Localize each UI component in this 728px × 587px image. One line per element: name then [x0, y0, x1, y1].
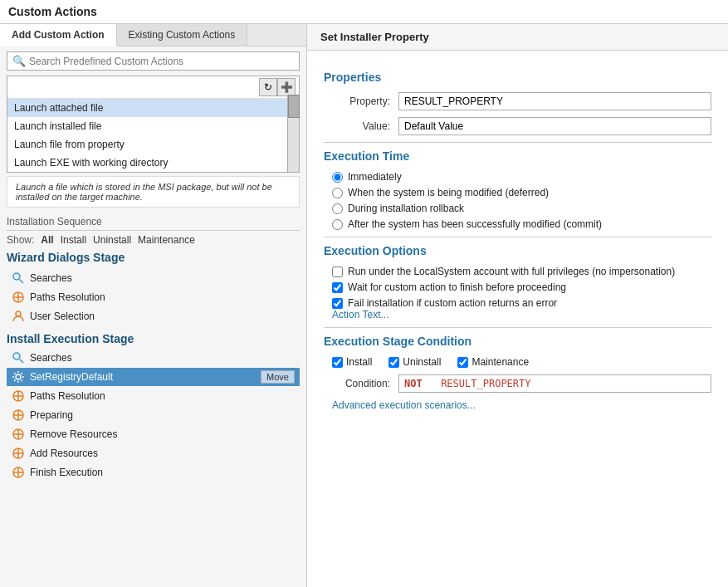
- show-maintenance[interactable]: Maintenance: [138, 234, 195, 246]
- show-uninstall[interactable]: Uninstall: [93, 234, 131, 246]
- condition-not-keyword: NOT: [404, 378, 423, 389]
- install-item-preparing[interactable]: Preparing: [7, 406, 300, 424]
- install-item-paths[interactable]: Paths Resolution: [7, 387, 300, 405]
- check-maintenance[interactable]: Maintenance: [457, 356, 529, 368]
- add-resources-icon: [12, 447, 25, 460]
- list-item[interactable]: Launch file from property: [7, 135, 299, 154]
- radio-deferred-input[interactable]: [332, 188, 343, 198]
- list-item[interactable]: Launch installed file: [7, 117, 299, 135]
- install-stage-title: Install Execution Stage: [7, 332, 300, 345]
- list-item[interactable]: Launch EXE with working directory: [7, 154, 299, 172]
- show-label: Show:: [7, 234, 34, 246]
- item-launch-exe[interactable]: Launch EXE with working directory: [7, 154, 299, 172]
- radio-immediately-label: Immediately: [348, 171, 402, 183]
- radio-rollback-input[interactable]: [332, 203, 343, 214]
- advanced-link[interactable]: Advanced execution scenarios...: [332, 399, 476, 411]
- wizard-user-label: User Selection: [30, 311, 95, 322]
- divider2: [324, 237, 711, 237]
- install-item-finish[interactable]: Finish Execution: [7, 463, 300, 482]
- scrollbar-track: [287, 95, 299, 172]
- scrollbar-thumb[interactable]: [288, 95, 300, 118]
- wizard-item-user-selection[interactable]: User Selection: [7, 307, 300, 325]
- install-item-set-registry[interactable]: SetRegistryDefault Move: [7, 368, 300, 386]
- radio-immediately[interactable]: Immediately: [332, 171, 711, 183]
- property-input[interactable]: [398, 92, 711, 110]
- checkbox-wait[interactable]: Wait for custom action to finish before …: [332, 281, 711, 293]
- panel-body: Properties Property: Value: Execution Ti…: [307, 51, 728, 587]
- wizard-paths-label: Paths Resolution: [30, 291, 105, 303]
- radio-commit-input[interactable]: [332, 219, 343, 230]
- show-install[interactable]: Install: [61, 234, 86, 246]
- search-input[interactable]: [29, 56, 294, 67]
- show-all[interactable]: All: [41, 234, 53, 246]
- install-finish-label: Finish Execution: [30, 467, 103, 478]
- check-maintenance-label: Maintenance: [471, 356, 529, 368]
- checkbox-fail[interactable]: Fail installation if custom action retur…: [332, 297, 711, 309]
- svg-line-1: [20, 280, 24, 284]
- add-button[interactable]: ➕: [277, 78, 296, 96]
- check-install[interactable]: Install: [332, 356, 372, 368]
- tab-add-custom-action[interactable]: Add Custom Action: [0, 24, 117, 46]
- item-launch-installed[interactable]: Launch installed file: [7, 117, 299, 135]
- move-button[interactable]: Move: [261, 370, 295, 384]
- property-label: Property:: [324, 95, 390, 107]
- description-text: Launch a file which is stored in the MSI…: [16, 182, 272, 202]
- item-launch-from-property[interactable]: Launch file from property: [7, 135, 299, 154]
- svg-point-8: [16, 374, 21, 379]
- svg-point-0: [13, 273, 20, 280]
- stage-checks-row: Install Uninstall Maintenance: [332, 356, 711, 368]
- execution-time-title: Execution Time: [324, 149, 711, 163]
- radio-rollback[interactable]: During installation rollback: [332, 203, 711, 214]
- radio-deferred-label: When the system is being modified (defer…: [348, 187, 549, 198]
- checkbox-wait-input[interactable]: [332, 282, 343, 293]
- execution-options-title: Execution Options: [324, 244, 711, 257]
- properties-title: Properties: [324, 71, 711, 84]
- toolbar-row: ↻ ➕: [7, 76, 299, 99]
- wizard-stage-items: Searches Paths Resolution: [7, 269, 300, 325]
- check-uninstall-label: Uninstall: [403, 356, 441, 368]
- radio-immediately-input[interactable]: [332, 172, 343, 183]
- install-item-add-resources[interactable]: Add Resources: [7, 444, 300, 462]
- check-install-input[interactable]: [332, 357, 343, 368]
- install-searches-label: Searches: [30, 352, 72, 364]
- action-text-link[interactable]: Action Text...: [332, 309, 388, 320]
- condition-input[interactable]: NOT RESULT_PROPERTY: [398, 374, 711, 393]
- paths-icon: [12, 291, 25, 304]
- sequence-label: Installation Sequence: [7, 216, 300, 231]
- checkbox-localsystem[interactable]: Run under the LocalSystem account with f…: [332, 266, 711, 277]
- value-row: Value:: [324, 117, 711, 135]
- install-item-searches[interactable]: Searches: [7, 349, 300, 367]
- list-item[interactable]: Launch attached file: [7, 99, 299, 117]
- wizard-item-searches[interactable]: Searches: [7, 269, 300, 287]
- check-uninstall-input[interactable]: [388, 357, 399, 368]
- checkbox-fail-label: Fail installation if custom action retur…: [348, 297, 557, 309]
- wizard-searches-label: Searches: [30, 272, 72, 284]
- tab-bar: Add Custom Action Existing Custom Action…: [0, 24, 306, 46]
- check-maintenance-input[interactable]: [457, 357, 468, 368]
- search-box: 🔍: [7, 51, 300, 71]
- right-panel: Set Installer Property Properties Proper…: [307, 24, 728, 587]
- install-search-icon: [12, 351, 25, 364]
- search-icon: [12, 271, 25, 285]
- checkbox-localsystem-input[interactable]: [332, 267, 343, 277]
- remove-icon: [12, 428, 25, 441]
- condition-row: Condition: NOT RESULT_PROPERTY: [324, 374, 711, 393]
- value-input[interactable]: [398, 117, 711, 135]
- radio-commit[interactable]: After the system has been successfully m…: [332, 218, 711, 230]
- check-uninstall[interactable]: Uninstall: [388, 356, 441, 368]
- show-row: Show: All Install Uninstall Maintenance: [7, 234, 300, 246]
- radio-deferred[interactable]: When the system is being modified (defer…: [332, 187, 711, 198]
- checkbox-fail-input[interactable]: [332, 298, 343, 309]
- app-title: Custom Actions: [0, 0, 728, 24]
- item-launch-attached[interactable]: Launch attached file: [7, 99, 299, 117]
- execution-stage-title: Execution Stage Condition: [324, 335, 711, 348]
- install-item-remove-resources[interactable]: Remove Resources: [7, 425, 300, 443]
- action-list: Launch attached file Launch installed fi…: [7, 99, 299, 172]
- wizard-stage-title: Wizard Dialogs Stage: [7, 251, 300, 264]
- checkbox-group: Run under the LocalSystem account with f…: [332, 266, 711, 309]
- svg-point-6: [13, 353, 20, 360]
- wizard-item-paths[interactable]: Paths Resolution: [7, 288, 300, 306]
- tab-existing-custom-actions[interactable]: Existing Custom Actions: [117, 24, 248, 46]
- checkbox-wait-label: Wait for custom action to finish before …: [348, 281, 566, 293]
- refresh-button[interactable]: ↻: [259, 78, 277, 96]
